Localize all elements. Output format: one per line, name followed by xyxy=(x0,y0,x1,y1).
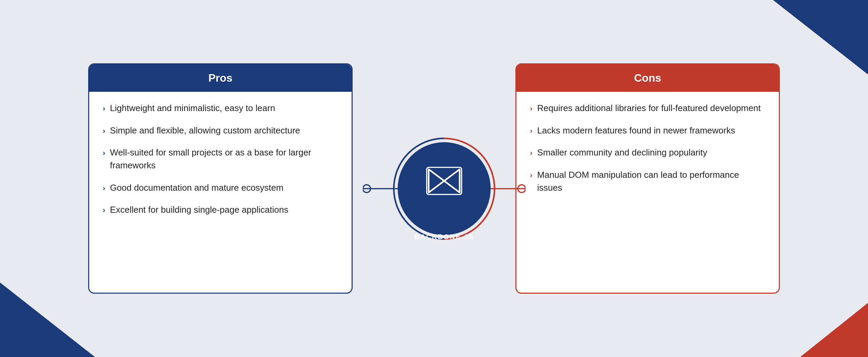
list-item: › Manual DOM manipulation can lead to pe… xyxy=(530,169,765,194)
svg-text:BACKBONE.JS: BACKBONE.JS xyxy=(415,233,474,240)
pros-item-3: Well-suited for small projects or as a b… xyxy=(110,146,338,172)
chevron-icon: › xyxy=(103,126,105,136)
connector-svg: BACKBONE.JS xyxy=(363,107,526,270)
cons-title: Cons xyxy=(527,72,769,84)
cons-item-2: Lacks modern features found in newer fra… xyxy=(537,124,735,137)
pros-card: Pros › Lightweight and minimalistic, eas… xyxy=(88,63,353,294)
list-item: › Lightweight and minimalistic, easy to … xyxy=(103,102,338,115)
chevron-icon: › xyxy=(530,103,532,114)
cons-item-3: Smaller community and declining populari… xyxy=(537,146,707,159)
cons-item-1: Requires additional libraries for full-f… xyxy=(537,102,761,115)
list-item: › Smaller community and declining popula… xyxy=(530,146,765,159)
list-item: › Simple and flexible, allowing custom a… xyxy=(103,124,338,137)
pros-title: Pros xyxy=(99,72,341,84)
cons-card: Cons › Requires additional libraries for… xyxy=(515,63,780,294)
cons-list: › Requires additional libraries for full… xyxy=(530,102,765,194)
list-item: › Excellent for building single-page app… xyxy=(103,204,338,216)
cons-card-body: › Requires additional libraries for full… xyxy=(516,92,779,204)
corner-decoration-bottom-left xyxy=(0,282,95,357)
backbone-arc-container: BACKBONE.JS xyxy=(363,107,505,250)
pros-list: › Lightweight and minimalistic, easy to … xyxy=(103,102,338,216)
chevron-icon: › xyxy=(530,148,532,159)
chevron-icon: › xyxy=(103,183,105,194)
chevron-icon: › xyxy=(103,205,105,216)
chevron-icon: › xyxy=(103,103,105,114)
pros-item-5: Excellent for building single-page appli… xyxy=(110,204,288,216)
pros-item-4: Good documentation and mature ecosystem xyxy=(110,182,283,194)
chevron-icon: › xyxy=(103,148,105,159)
list-item: › Lacks modern features found in newer f… xyxy=(530,124,765,137)
pros-card-header: Pros xyxy=(89,64,352,92)
center-section: BACKBONE.JS xyxy=(353,107,515,250)
cons-card-header: Cons xyxy=(516,64,779,92)
pros-item-1: Lightweight and minimalistic, easy to le… xyxy=(110,102,275,115)
list-item: › Requires additional libraries for full… xyxy=(530,102,765,115)
cons-item-4: Manual DOM manipulation can lead to perf… xyxy=(537,169,765,194)
chevron-icon: › xyxy=(530,126,532,136)
corner-decoration-bottom-right xyxy=(800,303,868,357)
list-item: › Good documentation and mature ecosyste… xyxy=(103,182,338,194)
svg-point-4 xyxy=(398,142,491,235)
pros-item-2: Simple and flexible, allowing custom arc… xyxy=(110,124,300,137)
main-container: Pros › Lightweight and minimalistic, eas… xyxy=(44,63,824,294)
chevron-icon: › xyxy=(530,170,532,181)
list-item: › Well-suited for small projects or as a… xyxy=(103,146,338,172)
pros-card-body: › Lightweight and minimalistic, easy to … xyxy=(89,92,352,227)
